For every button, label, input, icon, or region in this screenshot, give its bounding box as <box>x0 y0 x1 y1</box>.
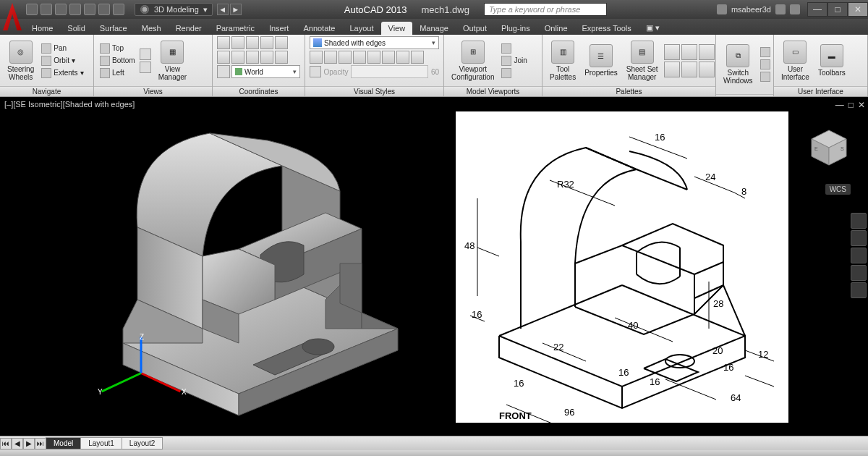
tab-online[interactable]: Online <box>537 22 575 35</box>
pan-button[interactable]: Pan <box>40 43 85 54</box>
qat-saveas-icon[interactable] <box>69 4 81 15</box>
view-left-button[interactable]: Left <box>98 67 137 79</box>
viewport-config-button[interactable]: ⊞ Viewport Configuration <box>448 39 497 83</box>
join-vp-button[interactable]: Join <box>500 55 528 67</box>
signin-icon[interactable] <box>717 4 727 14</box>
vs-icon-7[interactable] <box>396 51 409 64</box>
qat-redo-icon[interactable] <box>113 4 124 15</box>
drawing-area[interactable]: [–][SE Isometric][Shaded with edges] — □… <box>0 97 868 436</box>
minimize-button[interactable]: — <box>807 2 827 17</box>
ucs-icon-6[interactable] <box>217 51 230 64</box>
steering-wheels-button[interactable]: ◎ Steering Wheels <box>4 39 37 83</box>
qat-save-icon[interactable] <box>55 4 67 15</box>
view-cube[interactable]: S E <box>807 126 851 169</box>
vp-minimize-icon[interactable]: — <box>835 100 844 110</box>
workspace-switcher[interactable]: 3D Modeling ▾ <box>135 3 213 16</box>
vs-icon-1[interactable] <box>310 51 323 64</box>
sheet-set-button[interactable]: ▤Sheet Set Manager <box>624 39 661 83</box>
tab-layout2[interactable]: Layout2 <box>122 437 163 449</box>
ucs-icon-3[interactable] <box>246 36 259 49</box>
win-icon-1[interactable] <box>760 47 770 57</box>
help-icon[interactable] <box>790 4 800 14</box>
vs-icon-8[interactable] <box>411 51 424 64</box>
viewport-label[interactable]: [–][SE Isometric][Shaded with edges] <box>4 100 135 109</box>
exchange-icon[interactable] <box>775 4 786 14</box>
qat-new-icon[interactable] <box>26 4 38 15</box>
ucs-combo[interactable]: World ▾ <box>231 65 300 78</box>
ucs-icon-9[interactable] <box>260 51 273 64</box>
tab-model[interactable]: Model <box>46 437 81 449</box>
tab-overflow-icon[interactable]: ▣ ▾ <box>639 21 667 35</box>
vs-icon-4[interactable] <box>353 51 366 64</box>
view-bottom-button[interactable]: Bottom <box>98 55 137 67</box>
named-vp-button[interactable] <box>500 43 528 54</box>
ucs-icon-7[interactable] <box>231 51 244 64</box>
vp-close-icon[interactable]: ✕ <box>858 100 865 110</box>
view-scroll-up[interactable] <box>140 48 151 60</box>
tab-plugins[interactable]: Plug-ins <box>494 22 537 35</box>
ucs-icon-2[interactable] <box>231 36 244 49</box>
user-name[interactable]: msabeer3d <box>731 5 771 14</box>
ucs-named-icon[interactable] <box>217 65 230 78</box>
tab-layout[interactable]: Layout <box>342 22 380 35</box>
visual-style-combo[interactable]: Shaded with edges ▾ <box>310 36 439 49</box>
close-button[interactable]: ✕ <box>848 2 868 17</box>
vs-icon-6[interactable] <box>382 51 395 64</box>
ucs-icon-8[interactable] <box>246 51 259 64</box>
navbar-wheel-icon[interactable] <box>851 213 867 229</box>
tab-manage[interactable]: Manage <box>412 22 456 35</box>
win-icon-2[interactable] <box>760 59 770 69</box>
qat-open-icon[interactable] <box>41 4 52 15</box>
tab-surface[interactable]: Surface <box>93 22 135 35</box>
vs-icon-5[interactable] <box>367 51 380 64</box>
pal-icon-5[interactable] <box>681 62 697 77</box>
tab-next-icon[interactable]: ▶ <box>23 438 35 449</box>
tool-palettes-button[interactable]: ▥Tool Palettes <box>547 39 579 83</box>
nav-fwd-icon[interactable]: ► <box>230 4 242 15</box>
nav-back-icon[interactable]: ◄ <box>217 4 229 15</box>
win-icon-3[interactable] <box>760 72 770 82</box>
search-input[interactable]: Type a keyword or phrase <box>484 3 607 16</box>
tab-insert[interactable]: Insert <box>262 22 297 35</box>
orbit-button[interactable]: Orbit ▾ <box>40 55 85 67</box>
tab-output[interactable]: Output <box>456 22 494 35</box>
tab-parametric[interactable]: Parametric <box>209 22 262 35</box>
pal-icon-3[interactable] <box>699 44 715 60</box>
qat-undo-icon[interactable] <box>98 4 110 15</box>
tab-layout1[interactable]: Layout1 <box>80 437 122 449</box>
user-interface-button[interactable]: ▭User Interface <box>778 39 812 83</box>
tab-solid[interactable]: Solid <box>60 22 92 35</box>
tab-last-icon[interactable]: ⏭ <box>35 438 46 449</box>
navbar-showmotion-icon[interactable] <box>851 282 867 298</box>
view-top-button[interactable]: Top <box>98 43 137 54</box>
pal-icon-2[interactable] <box>681 44 697 60</box>
vs-icon-2[interactable] <box>324 51 337 64</box>
pal-icon-6[interactable] <box>699 62 715 77</box>
tab-home[interactable]: Home <box>25 22 60 35</box>
tab-express[interactable]: Express Tools <box>575 22 639 35</box>
tab-render[interactable]: Render <box>169 22 209 35</box>
maximize-button[interactable]: □ <box>827 2 848 17</box>
navbar-orbit-icon[interactable] <box>851 265 867 281</box>
vs-icon-3[interactable] <box>339 51 352 64</box>
tab-mesh[interactable]: Mesh <box>135 22 169 35</box>
restore-vp-button[interactable] <box>500 67 528 79</box>
switch-windows-button[interactable]: ⧉Switch Windows <box>720 43 756 86</box>
pal-icon-4[interactable] <box>664 62 680 77</box>
view-manager-button[interactable]: ▦ View Manager <box>156 39 190 83</box>
tab-first-icon[interactable]: ⏮ <box>0 438 12 449</box>
tab-prev-icon[interactable]: ◀ <box>12 438 23 449</box>
properties-button[interactable]: ☰Properties <box>582 43 621 78</box>
ucs-icon-10[interactable] <box>275 51 288 64</box>
qat-plot-icon[interactable] <box>84 4 95 15</box>
tab-annotate[interactable]: Annotate <box>296 22 342 35</box>
extents-button[interactable]: Extents ▾ <box>40 67 85 79</box>
tab-view[interactable]: View <box>381 22 413 35</box>
vp-maximize-icon[interactable]: □ <box>848 100 854 110</box>
wcs-badge[interactable]: WCS <box>825 184 851 195</box>
ucs-icon-5[interactable] <box>275 36 288 49</box>
navbar-zoom-icon[interactable] <box>851 248 867 263</box>
view-scroll-down[interactable] <box>140 62 151 73</box>
ucs-icon-1[interactable] <box>217 36 230 49</box>
navbar-pan-icon[interactable] <box>851 230 867 246</box>
